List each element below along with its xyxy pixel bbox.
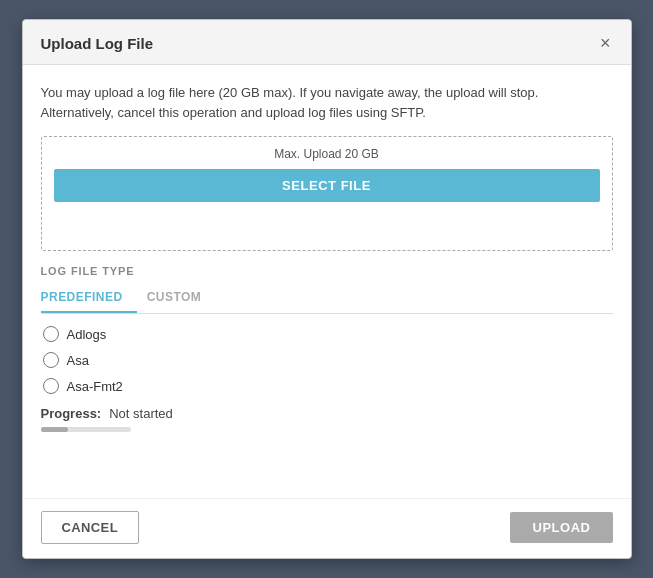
upload-button[interactable]: UPLOAD (510, 512, 612, 543)
progress-status: Not started (109, 406, 173, 421)
modal-header: Upload Log File × (23, 20, 631, 65)
close-button[interactable]: × (598, 34, 613, 52)
max-upload-label: Max. Upload 20 GB (54, 147, 600, 161)
modal-title: Upload Log File (41, 35, 154, 52)
progress-row: Progress: Not started (41, 406, 613, 421)
tab-predefined[interactable]: PREDEFINED (41, 283, 137, 313)
upload-zone: Max. Upload 20 GB SELECT FILE (41, 136, 613, 251)
file-drop-area (54, 210, 600, 238)
progress-bar-fill (41, 427, 68, 432)
cancel-button[interactable]: CANCEL (41, 511, 140, 544)
tab-custom[interactable]: CUSTOM (147, 283, 216, 313)
list-item[interactable]: Asa-Fmt2 (43, 378, 613, 394)
radio-asa[interactable] (43, 352, 59, 368)
description-text: You may upload a log file here (20 GB ma… (41, 83, 613, 122)
radio-asa-fmt2[interactable] (43, 378, 59, 394)
modal-body: You may upload a log file here (20 GB ma… (23, 65, 631, 498)
list-item[interactable]: Asa (43, 352, 613, 368)
radio-list: Adlogs Asa Asa-Fmt2 (41, 326, 613, 394)
list-item[interactable]: Adlogs (43, 326, 613, 342)
radio-asa-fmt2-label: Asa-Fmt2 (67, 379, 123, 394)
select-file-button[interactable]: SELECT FILE (54, 169, 600, 202)
radio-scroll-wrapper: Adlogs Asa Asa-Fmt2 (41, 326, 613, 394)
upload-log-file-modal: Upload Log File × You may upload a log f… (22, 19, 632, 559)
radio-adlogs[interactable] (43, 326, 59, 342)
radio-asa-label: Asa (67, 353, 89, 368)
modal-overlay: Upload Log File × You may upload a log f… (0, 0, 653, 578)
log-file-type-label: LOG FILE TYPE (41, 265, 613, 277)
modal-footer: CANCEL UPLOAD (23, 498, 631, 558)
log-file-type-tabs: PREDEFINED CUSTOM (41, 283, 613, 314)
progress-label: Progress: (41, 406, 102, 421)
radio-adlogs-label: Adlogs (67, 327, 107, 342)
progress-bar-container (41, 427, 131, 432)
